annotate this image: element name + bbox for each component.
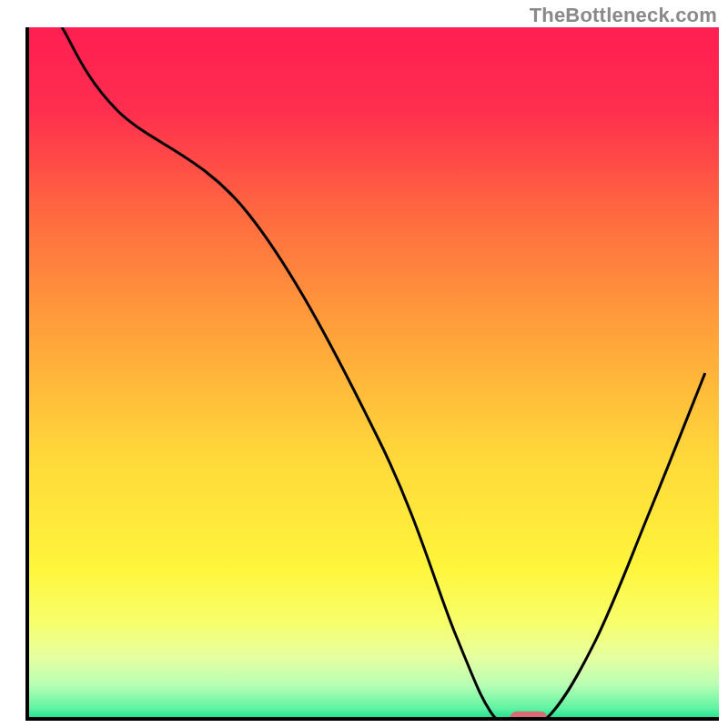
bottleneck-chart [0,0,728,728]
chart-container: TheBottleneck.com [0,0,728,728]
gradient-background [27,27,719,719]
watermark-text: TheBottleneck.com [530,4,717,27]
